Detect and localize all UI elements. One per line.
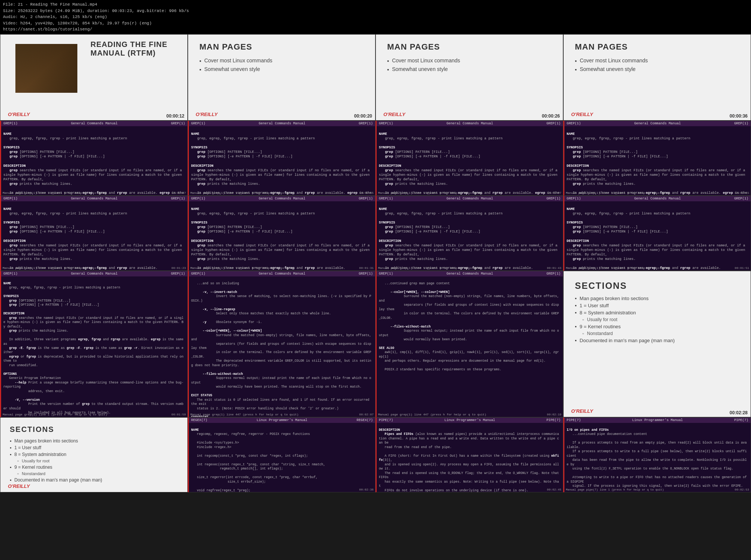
sections-sub-nonstd: Nonstandard bbox=[17, 471, 178, 476]
term-ts-5: 00:01:23 bbox=[172, 266, 186, 270]
term-ts-7: 00:01:43 bbox=[547, 266, 561, 270]
term-content-b4: I/O on pipes and FIFOs ...continued pipe… bbox=[567, 424, 748, 492]
term-ts-9: 00:01:59 bbox=[172, 413, 186, 416]
manpages-bullet-2-1: Cover most Linux commands bbox=[387, 57, 552, 64]
term-ts-8: 00:01:51 bbox=[735, 266, 749, 270]
term-content-large-3: ...continued grep man page content --col… bbox=[379, 278, 561, 377]
term-content-6: NAME grep, egrep, fgrep, rgrep - print l… bbox=[191, 202, 373, 271]
terminal-5: GREP(1) General Commands Manual GREP(1) … bbox=[0, 196, 188, 271]
term-status-2: Manual page grep(1) line 1 (press h for … bbox=[190, 191, 295, 195]
terminal-4: GREP(1) General Commands Manual GREP(1) … bbox=[563, 121, 751, 196]
oreilly-badge-sections: O'REILLY bbox=[571, 408, 593, 414]
sections-b-3: 8 = System administration bbox=[10, 452, 178, 457]
manpages-bullet-1-2: Somewhat uneven style bbox=[199, 66, 364, 72]
term-status-large-2: Manual page grep(1) line 447 (press h fo… bbox=[190, 413, 299, 416]
sections-title-bottom: SECTIONS bbox=[10, 425, 178, 434]
terminal-large-1: GREP(1) General Commands Manual GREP(1) … bbox=[0, 271, 188, 417]
terminal-row-2: GREP(1) General Commands Manual GREP(1) … bbox=[0, 196, 751, 271]
term-content-1: NAME grep, egrep, fgrep, rgrep - print l… bbox=[3, 127, 185, 196]
sections-bullet-5: Documented in man's man page (man man) bbox=[575, 338, 739, 343]
rtfm-book-image bbox=[8, 40, 85, 98]
term-header-5: GREP(1) General Commands Manual GREP(1) bbox=[1, 196, 187, 201]
term-content-3: NAME grep, egrep, fgrep, rgrep - print l… bbox=[379, 127, 561, 196]
terminal-row-1: GREP(1) General Commands Manual GREP(1) … bbox=[0, 121, 751, 196]
term-content-8: NAME grep, egrep, fgrep, rgrep - print l… bbox=[567, 202, 748, 271]
sections-sub-root: Usually for root bbox=[17, 459, 178, 463]
terminal-bottom-4: PIPE(7) Linux Programmer's Manual PIPE(7… bbox=[563, 417, 751, 492]
term-header-3: GREP(1) General Commands Manual GREP(1) bbox=[377, 121, 563, 126]
bottom-row: SECTIONS Man pages broken into sections … bbox=[0, 417, 751, 492]
term-content-2: NAME grep, egrep, fgrep, rgrep - print l… bbox=[191, 127, 373, 196]
sections-title: SECTIONS bbox=[575, 281, 739, 291]
oreilly-badge-bottom: O'REILLY bbox=[8, 483, 30, 489]
manpages-bullet-3-1: Cover most Linux commands bbox=[575, 57, 739, 64]
term-header-2: GREP(1) General Commands Manual GREP(1) bbox=[189, 121, 375, 126]
term-status-3: Manual page grep(1) line 1 (press h for … bbox=[378, 191, 483, 195]
sections-slide: SECTIONS Man pages broken into sections … bbox=[563, 271, 751, 417]
term-ts-10: 00:02:07 bbox=[359, 413, 374, 416]
sections-sub-admin: Usually for root bbox=[582, 317, 739, 322]
sections-b-2: 1 = User stuff bbox=[10, 445, 178, 450]
term-content-large-1: NAME grep, egrep, fgrep, rgrep - print l… bbox=[3, 278, 185, 417]
sections-bullet-1: Man pages broken into sections bbox=[575, 296, 739, 301]
sections-bullet-2: 1 = User stuff bbox=[575, 303, 739, 308]
top-info-bar: File: 21 - Reading The Fine Manual.mp4 S… bbox=[0, 0, 751, 34]
oreilly-badge-1: O'REILLY bbox=[8, 112, 30, 117]
sections-b-1: Man pages broken into sections bbox=[10, 438, 178, 444]
term-ts-4: 00:01:15 bbox=[735, 191, 749, 195]
terminal-3: GREP(1) General Commands Manual GREP(1) … bbox=[376, 121, 563, 196]
sections-b-4: 9 = Kernel routines bbox=[10, 465, 178, 470]
manpages-slide-2: MAN PAGES Cover most Linux commands Some… bbox=[376, 34, 563, 121]
sections-bullet-4: 9 = Kernel routines bbox=[575, 324, 739, 329]
term-header-4: GREP(1) General Commands Manual GREP(1) bbox=[564, 121, 751, 126]
term-header-6: GREP(1) General Commands Manual GREP(1) bbox=[189, 196, 375, 201]
term-header-7: GREP(1) General Commands Manual GREP(1) bbox=[377, 196, 563, 201]
term-cmd-1: GREP(1) bbox=[3, 122, 18, 125]
term-status-4: Manual page grep(1) line 1 (press h for … bbox=[566, 191, 670, 195]
manpages-bullet-1-1: Cover most Linux commands bbox=[199, 57, 364, 64]
oreilly-badge-3: O'REILLY bbox=[383, 112, 405, 117]
term-header-8: GREP(1) General Commands Manual GREP(1) bbox=[564, 196, 751, 201]
term-header-b4: PIPE(7) Linux Programmer's Manual PIPE(7… bbox=[564, 418, 751, 423]
sections-sub-nonstandard: Nonstandard bbox=[582, 331, 739, 336]
file-info-line5: https://sanet.st/blogs/tutorialseng/ bbox=[3, 26, 748, 33]
term-status-5: Manual page grep(1) line 1 (press h for … bbox=[3, 266, 107, 270]
term-status-7: Manual page grep(1) line 1 (press h for … bbox=[378, 266, 483, 270]
terminal-2: GREP(1) General Commands Manual GREP(1) … bbox=[188, 121, 376, 196]
term-cmd-end-1: GREP(1) bbox=[171, 122, 185, 125]
term-status-8: Manual page grep(1) line 1 (press h for … bbox=[566, 266, 670, 270]
term-content-large-2: ...and so on including -v, --invert-matc… bbox=[191, 278, 373, 417]
term-content-7: NAME grep, egrep, fgrep, rgrep - print l… bbox=[379, 202, 561, 271]
timestamp-mp3: 00:00:36 bbox=[730, 113, 748, 119]
sections-bullet-3: 8 = System administration bbox=[575, 310, 739, 315]
term-header-large-2: GREP(1) General Commands Manual GREP(1) bbox=[189, 271, 375, 276]
term-header-large-1: GREP(1) General Commands Manual GREP(1) bbox=[1, 271, 187, 276]
term-status-large-3: Manual page grep(1) line 447 (press h fo… bbox=[378, 413, 486, 416]
term-status-b4: Manual page pipe(7) line 1 (press h for … bbox=[566, 488, 664, 491]
terminal-6: GREP(1) General Commands Manual GREP(1) … bbox=[188, 196, 376, 271]
term-ts-3: 00:01:07 bbox=[547, 191, 561, 195]
file-info-line2: Size: 25263222 bytes (24.09 MiB), durati… bbox=[3, 8, 748, 14]
timestamp-mp2: 00:00:26 bbox=[542, 113, 560, 119]
term-header-1: GREP(1) General Commands Manual GREP(1) bbox=[1, 121, 187, 126]
term-title-1: General Commands Manual bbox=[71, 122, 118, 125]
term-ts-2: 00:00:55 bbox=[359, 191, 374, 195]
terminal-7: GREP(1) General Commands Manual GREP(1) … bbox=[376, 196, 563, 271]
term-header-b2: REGEX(7) Linux Programmer's Manual REGEX… bbox=[189, 418, 375, 423]
manpages-bullet-3-2: Somewhat uneven style bbox=[575, 66, 739, 72]
term-status-6: Manual page grep(1) line 1 (press h for … bbox=[190, 266, 295, 270]
manpages-title-1: MAN PAGES bbox=[199, 42, 364, 52]
file-info-line1: File: 21 - Reading The Fine Manual.mp4 bbox=[3, 2, 748, 8]
term-ts-b3: 00:02:45 bbox=[547, 488, 561, 491]
sections-b-5: Documented in man's man page (man man) bbox=[10, 477, 178, 483]
term-ts-1: 00:00:47 bbox=[172, 191, 186, 195]
oreilly-badge-2: O'REILLY bbox=[196, 112, 217, 117]
terminal-1: GREP(1) General Commands Manual GREP(1) … bbox=[0, 121, 188, 196]
terminal-large-3: GREP(1) General Commands Manual GREP(1) … bbox=[376, 271, 563, 417]
term-content-4: NAME grep, egrep, fgrep, rgrep - print l… bbox=[567, 127, 748, 196]
manpages-title-2: MAN PAGES bbox=[387, 42, 552, 52]
terminal-bottom-2: REGEX(7) Linux Programmer's Manual REGEX… bbox=[188, 417, 376, 492]
term-header-b3: PIPE(7) Linux Programmer's Manual PIPE(7… bbox=[377, 418, 563, 423]
slide-row-1: READING THE FINE MANUAL (RTFM) O'REILLY … bbox=[0, 34, 751, 121]
terminal-8: GREP(1) General Commands Manual GREP(1) … bbox=[563, 196, 751, 271]
